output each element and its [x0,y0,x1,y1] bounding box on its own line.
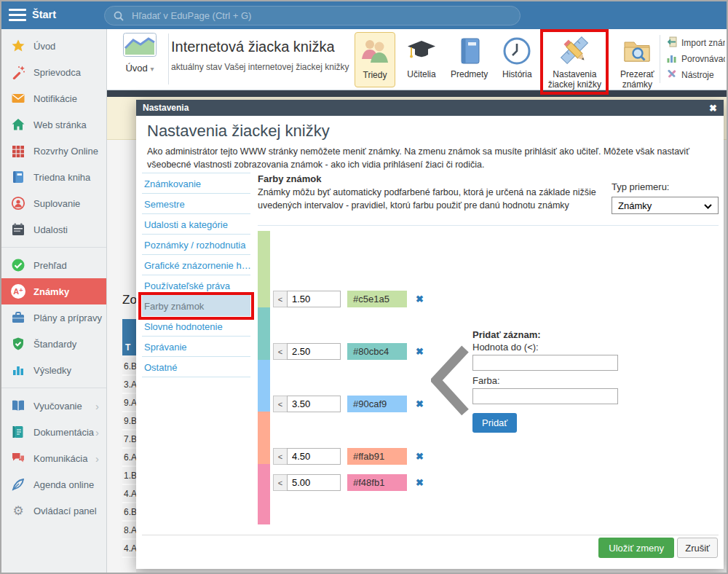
envelope-icon [11,91,25,106]
sidebar-item-znamky[interactable]: A⁺ Známky [1,278,106,304]
table-row: 3.A [122,376,136,394]
sidebar-item-rozvrhy[interactable]: Rozvrhy Online [1,138,106,164]
hamburger-menu-icon[interactable] [9,9,26,22]
topbar: Štart [1,1,727,29]
start-menu-label[interactable]: Štart [32,9,56,20]
toolbar-button-ucitelia[interactable]: Učitelia [403,32,440,82]
calendar-icon [11,222,25,237]
sidebar-item-web-stranka[interactable]: Web stránka [1,111,106,138]
sidebar-separator [1,388,106,388]
delete-icon[interactable]: ✖ [416,294,424,304]
screen: Štart Úvod Sprievodca Notifikácie Web st… [0,0,728,574]
caret-down-icon: ▾ [150,65,154,73]
delete-icon[interactable]: ✖ [416,398,424,409]
sidebar-item-agenda[interactable]: Agenda online [1,471,106,498]
sidebar-item-suplovanie[interactable]: Suplovanie [1,190,106,216]
sidebar: Úvod Sprievodca Notifikácie Web stránka … [1,29,107,574]
sidebar-item-ovladaci-panel[interactable]: ⚙ Ovládací panel [1,498,106,524]
color-swatch[interactable]: #c5e1a5 [347,291,407,307]
area-chart-icon [123,47,157,59]
sidebar-item-dokumentacia[interactable]: Dokumentácia › [1,419,106,445]
color-strip-segment [258,307,270,360]
settings-menu-farby-znamok[interactable]: Farby známok [142,296,250,316]
settings-menu-spravanie[interactable]: Správanie [142,337,250,357]
sidebar-item-notifikacie[interactable]: Notifikácie [1,85,106,111]
modal-header-title: Nastavenia [143,103,709,113]
settings-menu-udalosti-a-kategorie[interactable]: Udalosti a kategórie [142,214,250,235]
toolbar-button-nastavenia-ziackej-knizky[interactable]: Nastavenia žiackej knižky [543,32,606,92]
settings-menu-znamkovanie[interactable]: Známkovanie [142,173,250,194]
rule-value-input[interactable] [287,448,341,465]
value-to-input[interactable] [472,355,618,371]
sidebar-item-triedna-kniha[interactable]: Triedna kniha [1,164,106,190]
search-icon [114,11,124,21]
rule-value-input[interactable] [287,474,341,491]
toolbar-button-predmety[interactable]: Predmety [448,32,491,82]
rule-value-input[interactable] [287,343,341,360]
settings-menu-poznamky-rozhodnutia[interactable]: Poznámky / rozhodnutia [142,235,250,255]
settings-menu-graficke-znazornenie[interactable]: Grafické znázornenie h… [142,255,250,275]
clock-icon [502,34,532,68]
less-than-label: < [273,291,287,307]
sidebar-item-vyucovanie[interactable]: Vyučovanie › [1,393,106,419]
color-swatch[interactable]: #f48fb1 [347,474,407,491]
add-record-form: Pridať záznam: Hodnota do (<): Farba: Pr… [472,329,620,433]
import-arrow-icon [666,36,677,50]
color-strip-segment [258,360,270,412]
menu-item-import-znamok[interactable]: Import známok [666,35,725,51]
ruler-pencil-icon [546,34,603,68]
sidebar-item-uvod[interactable]: Úvod [1,33,106,59]
close-icon[interactable]: ✖ [709,103,717,113]
quill-icon [11,477,25,492]
cancel-button[interactable]: Zrušiť [677,538,718,558]
rule-value-input[interactable] [287,396,341,412]
average-type-select[interactable]: Známky [612,197,719,214]
color-swatch[interactable]: #80cbc4 [347,343,407,360]
menu-item-nastroje[interactable]: Nástroje [666,67,725,83]
settings-menu-slovne-hodnotenie[interactable]: Slovné hodnotenie [142,316,250,337]
toolbar-button-historia[interactable]: História [499,32,535,82]
background-table-header: T [122,319,136,355]
less-than-label: < [273,396,287,412]
color-swatch[interactable]: #ffab91 [347,448,407,465]
color-rule-row: < #f48fb1 ✖ [273,474,424,491]
sidebar-item-plany[interactable]: Plány a prípravy [1,304,106,331]
section-divider [258,225,719,226]
color-rule-row: < #ffab91 ✖ [273,448,424,465]
background-table: 6.B 3.A 9.A 9.B 7.B 6.A 1.B 4.A 6.B 8.A … [122,358,136,558]
sidebar-item-standardy[interactable]: Štandardy [1,331,106,357]
classes-people-icon [360,35,390,68]
briefcase-icon [11,310,25,325]
gear-icon: ⚙ [11,503,25,518]
compare-bars-icon [666,52,677,66]
settings-menu-pouzivatelske-prava[interactable]: Používateľské práva [142,275,250,296]
less-than-label: < [273,448,287,465]
save-changes-button[interactable]: Uložiť zmeny [598,538,674,558]
table-row: 6.A [122,449,136,467]
rule-value-input[interactable] [287,291,341,307]
settings-menu-semestre[interactable]: Semestre [142,194,250,214]
color-strip-segment [258,412,270,464]
search-input[interactable] [130,9,511,22]
toolbar-button-prezerat-znamky[interactable]: Prezerať známky [614,32,660,92]
sidebar-item-vysledky[interactable]: Výsledky [1,357,106,383]
settings-menu-ostatne[interactable]: Ostatné [142,357,250,377]
footer-divider [142,535,719,535]
color-input[interactable] [472,388,618,404]
sidebar-item-komunikacia[interactable]: Komunikácia › [1,445,106,471]
delete-icon[interactable]: ✖ [416,346,424,357]
delete-icon[interactable]: ✖ [416,477,424,488]
sidebar-item-sprievodca[interactable]: Sprievodca [1,59,106,85]
menu-item-porovnavacie[interactable]: Porovnávacie [666,51,725,67]
delete-icon[interactable]: ✖ [416,451,424,462]
document-icon [11,425,25,439]
table-row: 9.A [122,394,136,412]
search-box[interactable] [104,6,521,25]
sidebar-item-prehlad[interactable]: Prehľad [1,252,106,278]
toolbar-button-triedy[interactable]: Triedy [355,32,395,87]
color-swatch[interactable]: #90caf9 [347,396,407,412]
chevron-right-icon: › [95,400,99,412]
uvod-dropdown-button[interactable]: Úvod ▾ [114,33,165,74]
add-button[interactable]: Pridať [472,413,517,433]
sidebar-item-udalosti[interactable]: Udalosti [1,216,106,243]
